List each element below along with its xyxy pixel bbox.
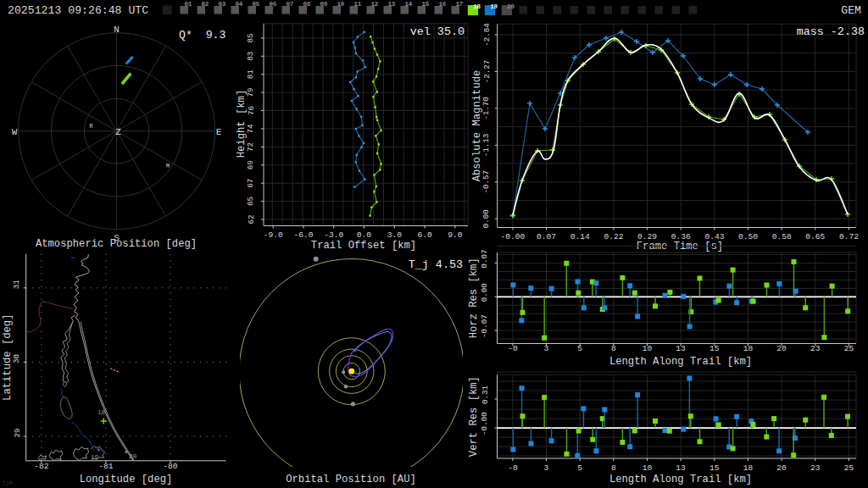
- svg-text:0.72: 0.72: [839, 232, 859, 241]
- svg-text:72: 72: [247, 142, 256, 152]
- svg-text:-3.0: -3.0: [324, 230, 343, 240]
- svg-text:Trail Offset [km]: Trail Offset [km]: [311, 240, 416, 252]
- svg-text:-0.57: -0.57: [482, 170, 492, 194]
- svg-text:09: 09: [320, 1, 328, 8]
- svg-text:13: 13: [676, 463, 686, 473]
- svg-text:76: 76: [247, 106, 256, 115]
- svg-text:-9.0: -9.0: [264, 230, 283, 240]
- svg-text:Absolute Magnitude: Absolute Magnitude: [471, 70, 483, 182]
- svg-text:20: 20: [129, 452, 137, 460]
- svg-text:13: 13: [676, 344, 686, 353]
- svg-text:-6.0: -6.0: [293, 230, 313, 240]
- svg-text:6.0: 6.0: [417, 230, 432, 240]
- svg-text:vel 35.0: vel 35.0: [410, 25, 465, 38]
- svg-text:0.0: 0.0: [357, 230, 372, 240]
- svg-text:69: 69: [247, 160, 256, 169]
- svg-text:18: 18: [473, 3, 481, 10]
- svg-text:9.0: 9.0: [448, 230, 463, 240]
- svg-text:0.50: 0.50: [738, 232, 758, 241]
- svg-text:20: 20: [507, 3, 515, 10]
- svg-text:5: 5: [577, 463, 582, 473]
- svg-text:0.07: 0.07: [537, 232, 556, 241]
- svg-text:06: 06: [270, 1, 277, 8]
- svg-text:-0.00: -0.00: [501, 232, 526, 241]
- svg-text:19: 19: [490, 3, 498, 10]
- svg-text:Z: Z: [115, 127, 121, 137]
- svg-text:18: 18: [743, 463, 754, 473]
- svg-text:-81: -81: [98, 462, 114, 471]
- svg-text:01: 01: [185, 1, 192, 8]
- svg-text:Vert Res [km]: Vert Res [km]: [469, 376, 481, 457]
- svg-text:5: 5: [577, 344, 582, 353]
- svg-text:11: 11: [354, 1, 362, 8]
- svg-text:0.00: 0.00: [482, 209, 492, 228]
- svg-text:10: 10: [643, 344, 653, 353]
- svg-text:N: N: [114, 25, 120, 35]
- svg-text:12: 12: [371, 1, 379, 8]
- svg-text:-1.13: -1.13: [482, 134, 492, 158]
- svg-text:16: 16: [439, 1, 447, 8]
- svg-text:Orbital Position [AU]: Orbital Position [AU]: [286, 474, 416, 485]
- svg-text:-82: -82: [34, 462, 49, 471]
- svg-text:E: E: [216, 127, 222, 137]
- svg-text:81: 81: [247, 69, 256, 80]
- svg-text:13: 13: [388, 1, 396, 8]
- svg-text:0.22: 0.22: [604, 232, 623, 241]
- svg-text:25: 25: [844, 463, 854, 473]
- svg-text:23: 23: [810, 344, 821, 353]
- svg-text:W: W: [12, 127, 18, 137]
- svg-text:83: 83: [247, 52, 256, 61]
- svg-text:M: M: [166, 163, 170, 169]
- svg-text:GEM: GEM: [841, 4, 861, 17]
- svg-text:-0: -0: [508, 463, 518, 473]
- svg-text:85: 85: [247, 33, 256, 42]
- svg-text:3.0: 3.0: [387, 230, 403, 240]
- svg-text:07: 07: [287, 1, 293, 8]
- svg-text:-0.07: -0.07: [481, 314, 490, 338]
- svg-text:-0: -0: [508, 344, 518, 353]
- svg-text:10: 10: [337, 1, 345, 8]
- svg-text:0.31: 0.31: [481, 385, 490, 404]
- svg-text:15: 15: [709, 344, 720, 353]
- svg-text:05: 05: [253, 1, 260, 8]
- svg-text:8: 8: [611, 344, 616, 353]
- svg-text:15: 15: [422, 1, 430, 8]
- svg-text:19: 19: [91, 453, 99, 461]
- svg-text:-2.84: -2.84: [482, 23, 492, 47]
- svg-text:0.65: 0.65: [805, 232, 825, 241]
- svg-text:18: 18: [97, 409, 105, 416]
- svg-text:-1.70: -1.70: [482, 97, 492, 120]
- svg-text:18: 18: [743, 344, 754, 353]
- svg-text:-0.00: -0.00: [481, 412, 490, 435]
- svg-text:20251213 09:26:48 UTC: 20251213 09:26:48 UTC: [8, 4, 148, 17]
- svg-text:25: 25: [844, 344, 854, 353]
- svg-text:tjm: tjm: [3, 480, 13, 486]
- svg-text:-80: -80: [163, 462, 178, 471]
- svg-text:0.00: 0.00: [481, 283, 490, 302]
- svg-text:65: 65: [247, 197, 256, 206]
- svg-text:Height [km]: Height [km]: [236, 90, 248, 158]
- svg-text:08: 08: [303, 1, 311, 8]
- svg-text:02: 02: [202, 1, 209, 8]
- svg-text:14: 14: [405, 1, 413, 8]
- svg-text:15: 15: [709, 463, 720, 473]
- svg-text:T_j 4.53: T_j 4.53: [409, 258, 463, 271]
- svg-text:Latitude [deg]: Latitude [deg]: [2, 313, 14, 400]
- svg-text:-2.27: -2.27: [482, 60, 492, 84]
- svg-text:20: 20: [776, 463, 787, 473]
- svg-text:Horz Res [km]: Horz Res [km]: [469, 258, 481, 338]
- svg-text:31: 31: [13, 280, 22, 290]
- svg-text:30: 30: [13, 354, 22, 363]
- svg-text:03: 03: [219, 1, 226, 8]
- svg-text:67: 67: [247, 179, 256, 188]
- svg-text:Length Along Trail [km]: Length Along Trail [km]: [609, 356, 752, 368]
- svg-text:3: 3: [544, 463, 549, 473]
- svg-text:10: 10: [643, 463, 653, 473]
- svg-text:0.14: 0.14: [570, 232, 590, 241]
- svg-text:Length Along Trail [km]: Length Along Trail [km]: [609, 474, 752, 485]
- svg-text:79: 79: [247, 88, 256, 97]
- svg-text:0.07: 0.07: [481, 249, 490, 268]
- svg-text:Atmospheric Position [deg]: Atmospheric Position [deg]: [36, 238, 197, 250]
- svg-text:0.58: 0.58: [772, 232, 792, 241]
- svg-text:04: 04: [236, 1, 243, 8]
